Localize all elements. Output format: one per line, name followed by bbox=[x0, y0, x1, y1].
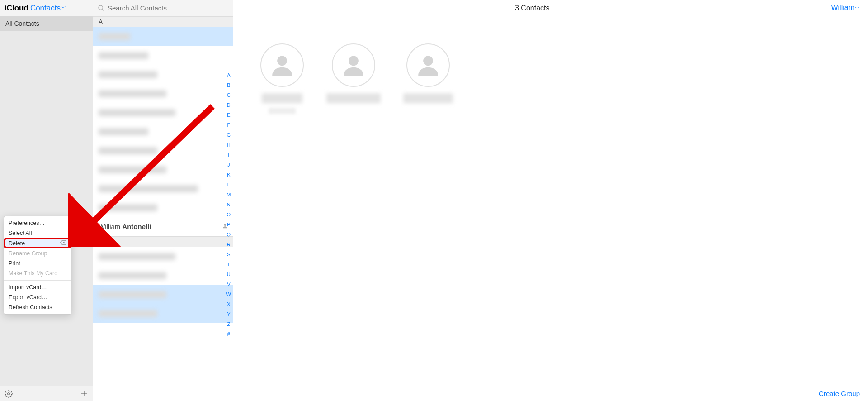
contact-row[interactable] bbox=[93, 304, 233, 323]
alpha-letter[interactable]: Q bbox=[226, 230, 231, 239]
page-title: 3 Contacts bbox=[233, 4, 831, 12]
icloud-label: iCloud bbox=[5, 4, 28, 13]
alpha-letter[interactable]: X bbox=[226, 300, 231, 309]
alpha-letter[interactable]: J bbox=[226, 160, 231, 169]
contact-row[interactable] bbox=[93, 247, 233, 266]
alpha-letter[interactable]: O bbox=[226, 210, 231, 219]
plus-icon[interactable] bbox=[80, 390, 88, 398]
contact-name-redacted bbox=[403, 93, 453, 103]
app-switcher[interactable]: iCloud Contacts ﹀ bbox=[0, 0, 93, 16]
selected-contact-card[interactable] bbox=[260, 43, 304, 114]
alpha-letter[interactable]: C bbox=[226, 91, 231, 100]
contact-row[interactable] bbox=[93, 179, 233, 198]
top-bar: iCloud Contacts ﹀ 3 Contacts William﹀ bbox=[0, 0, 868, 16]
user-menu[interactable]: William﹀ bbox=[831, 4, 868, 12]
alpha-letter[interactable]: U bbox=[226, 270, 231, 279]
chevron-down-icon: ﹀ bbox=[61, 4, 66, 12]
menu-item-delete[interactable]: Delete bbox=[4, 238, 71, 248]
alpha-letter[interactable]: S bbox=[226, 250, 231, 259]
alpha-letter[interactable]: V bbox=[226, 280, 231, 289]
gear-icon[interactable] bbox=[5, 390, 13, 398]
alpha-letter[interactable]: A bbox=[226, 71, 231, 80]
contact-sub-redacted bbox=[269, 108, 296, 114]
alpha-letter[interactable]: W bbox=[226, 290, 231, 299]
contact-row[interactable] bbox=[93, 122, 233, 141]
contact-name-redacted bbox=[326, 93, 381, 103]
contacts-dropdown-label: Contacts bbox=[30, 4, 61, 13]
alpha-letter[interactable]: L bbox=[226, 180, 231, 189]
search-input[interactable] bbox=[108, 4, 228, 12]
menu-item-rename-group: Rename Group bbox=[4, 248, 71, 258]
svg-point-0 bbox=[99, 5, 103, 10]
contact-row[interactable] bbox=[93, 27, 233, 46]
user-label: William bbox=[831, 4, 854, 11]
detail-pane: Create Group bbox=[233, 16, 868, 401]
avatar-placeholder-icon bbox=[332, 43, 375, 87]
create-group-link[interactable]: Create Group bbox=[819, 390, 860, 397]
alpha-letter[interactable]: H bbox=[226, 140, 231, 149]
search-container bbox=[93, 0, 233, 16]
alpha-letter[interactable]: E bbox=[226, 110, 231, 119]
sidebar: All Contacts bbox=[0, 16, 93, 401]
svg-line-1 bbox=[102, 9, 104, 11]
alpha-letter[interactable]: # bbox=[226, 329, 231, 339]
contact-row[interactable] bbox=[93, 266, 233, 285]
section-header-b: B bbox=[93, 236, 233, 247]
contacts-list: A William Antonelli B A B C D E F bbox=[93, 16, 233, 401]
contact-row[interactable] bbox=[93, 160, 233, 179]
search-icon bbox=[98, 5, 105, 12]
chevron-down-icon: ﹀ bbox=[854, 5, 860, 11]
alpha-letter[interactable]: I bbox=[226, 150, 231, 159]
alpha-letter[interactable]: B bbox=[226, 81, 231, 90]
contact-row[interactable] bbox=[93, 285, 233, 304]
menu-item-select-all[interactable]: Select All bbox=[4, 228, 71, 238]
contact-first-name: William bbox=[99, 223, 120, 230]
alpha-letter[interactable]: Y bbox=[226, 310, 231, 319]
selected-contact-card[interactable] bbox=[403, 43, 453, 114]
alpha-letter[interactable]: Z bbox=[226, 320, 231, 329]
alpha-letter[interactable]: T bbox=[226, 260, 231, 269]
svg-point-6 bbox=[277, 56, 287, 66]
menu-separator bbox=[4, 280, 71, 281]
selected-contact-card[interactable] bbox=[326, 43, 381, 114]
backspace-icon bbox=[60, 240, 66, 247]
alpha-letter[interactable]: G bbox=[226, 130, 231, 139]
selected-contacts-row bbox=[233, 16, 868, 114]
settings-context-menu: Preferences… Select All Delete Rename Gr… bbox=[4, 216, 71, 315]
sidebar-item-all-contacts[interactable]: All Contacts bbox=[0, 16, 93, 31]
contact-name-redacted bbox=[262, 93, 302, 103]
menu-item-print[interactable]: Print bbox=[4, 258, 71, 268]
menu-item-preferences[interactable]: Preferences… bbox=[4, 218, 71, 228]
alpha-letter[interactable]: N bbox=[226, 200, 231, 209]
alpha-letter[interactable]: M bbox=[226, 190, 231, 199]
contact-row-me[interactable]: William Antonelli bbox=[93, 217, 233, 236]
contact-row[interactable] bbox=[93, 198, 233, 217]
contact-last-name: Antonelli bbox=[122, 223, 151, 230]
contact-row[interactable] bbox=[93, 103, 233, 122]
menu-item-refresh-contacts[interactable]: Refresh Contacts bbox=[4, 302, 71, 312]
alpha-index: A B C D E F G H I J K L M N O P Q R S T … bbox=[226, 71, 231, 339]
contact-row[interactable] bbox=[93, 46, 233, 65]
avatar-placeholder-icon bbox=[406, 43, 450, 87]
avatar-placeholder-icon bbox=[260, 43, 304, 87]
menu-item-delete-label: Delete bbox=[9, 240, 25, 247]
alpha-letter[interactable]: K bbox=[226, 170, 231, 179]
contact-row[interactable] bbox=[93, 65, 233, 84]
alpha-letter[interactable]: F bbox=[226, 120, 231, 129]
section-header-a: A bbox=[93, 16, 233, 27]
menu-item-import-vcard[interactable]: Import vCard… bbox=[4, 282, 71, 292]
alpha-letter[interactable]: P bbox=[226, 220, 231, 229]
menu-item-make-my-card: Make This My Card bbox=[4, 268, 71, 278]
svg-point-2 bbox=[8, 392, 10, 395]
sidebar-footer bbox=[0, 386, 93, 401]
alpha-letter[interactable]: R bbox=[226, 240, 231, 249]
contact-row[interactable] bbox=[93, 141, 233, 160]
alpha-letter[interactable]: D bbox=[226, 100, 231, 110]
contact-row[interactable] bbox=[93, 84, 233, 103]
main-area: All Contacts A William Antonelli bbox=[0, 16, 868, 401]
menu-item-export-vcard[interactable]: Export vCard… bbox=[4, 292, 71, 302]
svg-point-8 bbox=[423, 56, 433, 66]
svg-point-7 bbox=[349, 56, 359, 66]
